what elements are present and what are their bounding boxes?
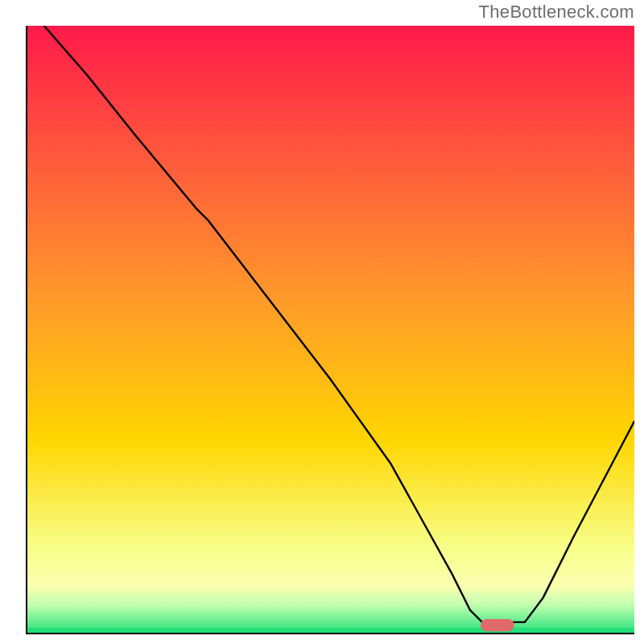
chart-background bbox=[26, 26, 634, 634]
chart-svg bbox=[26, 26, 634, 634]
bottleneck-chart bbox=[26, 26, 634, 634]
watermark-text: TheBottleneck.com bbox=[479, 2, 634, 23]
optimal-marker bbox=[481, 619, 514, 631]
